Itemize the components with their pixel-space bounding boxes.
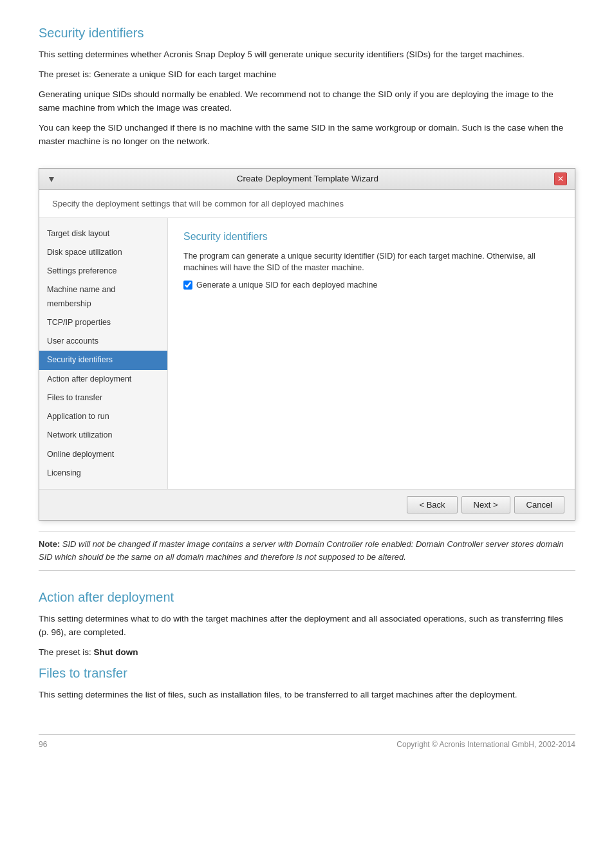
nav-item-target-disk-layout[interactable]: Target disk layout [39, 225, 167, 243]
sid-checkbox-row: Generate a unique SID for each deployed … [183, 281, 559, 290]
wizard-title: Create Deployment Template Wizard [61, 174, 554, 183]
nav-item-security-identifiers[interactable]: Security identifiers [39, 351, 167, 369]
wizard-content: Security identifiers The program can gen… [168, 218, 575, 490]
sid-para2: The preset is: Generate a unique SID for… [39, 68, 575, 82]
action-para1: This setting determines what to do with … [39, 613, 575, 640]
sid-checkbox-label[interactable]: Generate a unique SID for each deployed … [196, 281, 377, 290]
sid-para3: Generating unique SIDs should normally b… [39, 88, 575, 115]
wizard-nav: Target disk layout Disk space utilizatio… [39, 218, 168, 490]
nav-item-network-utilization[interactable]: Network utilization [39, 426, 167, 445]
nav-item-files-to-transfer[interactable]: Files to transfer [39, 389, 167, 407]
security-identifiers-body: This setting determines whether Acronis … [39, 48, 575, 149]
nav-item-licensing[interactable]: Licensing [39, 464, 167, 483]
wizard-titlebar: ▼ Create Deployment Template Wizard ✕ [39, 169, 575, 190]
sid-checkbox[interactable] [183, 281, 192, 290]
copyright: Copyright © Acronis International GmbH, … [396, 740, 575, 749]
content-desc1: The program can generate a unique securi… [183, 250, 559, 275]
nav-item-online-deployment[interactable]: Online deployment [39, 445, 167, 464]
nav-item-user-accounts[interactable]: User accounts [39, 332, 167, 351]
action-after-deployment-body: This setting determines what to do with … [39, 613, 575, 660]
note-box: Note: SID will not be changed if master … [39, 531, 575, 571]
preset-value: Shut down [94, 647, 138, 657]
nav-item-machine-name-membership[interactable]: Machine name and membership [39, 281, 167, 313]
action-preset-line: The preset is: Shut down [39, 646, 575, 660]
files-to-transfer-body: This setting determines the list of file… [39, 688, 575, 702]
wizard-window: ▼ Create Deployment Template Wizard ✕ Sp… [39, 168, 575, 521]
wizard-body: Target disk layout Disk space utilizatio… [39, 218, 575, 490]
sid-para4: You can keep the SID unchanged if there … [39, 122, 575, 149]
page-footer: 96 Copyright © Acronis International Gmb… [39, 734, 575, 749]
nav-item-tcp-ip-properties[interactable]: TCP/IP properties [39, 313, 167, 332]
note-bold: Note: [39, 539, 60, 549]
action-after-deployment-heading: Action after deployment [39, 590, 575, 605]
next-button[interactable]: Next > [461, 496, 510, 513]
preset-label: The preset is: [39, 647, 91, 657]
cancel-button[interactable]: Cancel [514, 496, 564, 513]
nav-item-settings-preference[interactable]: Settings preference [39, 262, 167, 281]
wizard-footer: < Back Next > Cancel [39, 489, 575, 520]
note-text: SID will not be changed if master image … [39, 539, 564, 562]
content-title: Security identifiers [183, 231, 559, 243]
nav-item-application-to-run[interactable]: Application to run [39, 407, 167, 426]
files-to-transfer-heading: Files to transfer [39, 666, 575, 681]
security-identifiers-heading: Security identifiers [39, 26, 575, 41]
back-button[interactable]: < Back [407, 496, 457, 513]
sid-para1: This setting determines whether Acronis … [39, 48, 575, 62]
wizard-subtitle: Specify the deployment settings that wil… [39, 190, 575, 218]
wizard-icon: ▼ [47, 174, 56, 184]
files-para1: This setting determines the list of file… [39, 688, 575, 702]
nav-item-disk-space-utilization[interactable]: Disk space utilization [39, 243, 167, 262]
nav-item-action-after-deployment[interactable]: Action after deployment [39, 370, 167, 389]
wizard-close-button[interactable]: ✕ [554, 172, 567, 185]
page-number: 96 [39, 740, 47, 749]
